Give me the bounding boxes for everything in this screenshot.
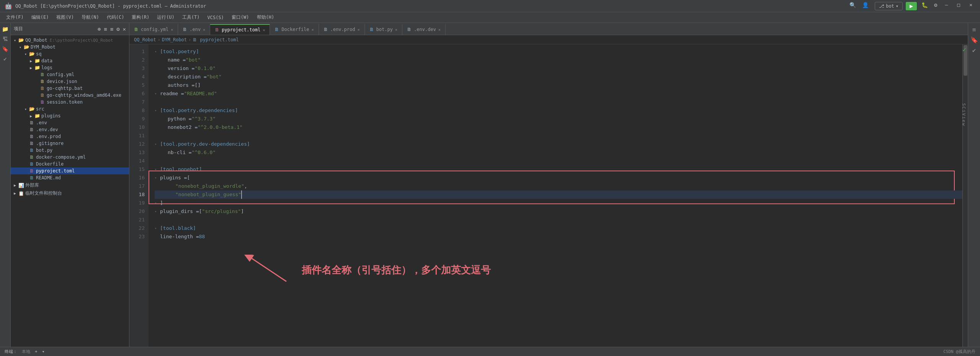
- breadcrumb-item-2[interactable]: DYM_Robot: [162, 37, 187, 42]
- project-icon[interactable]: 📁: [2, 26, 8, 32]
- menu-refactor[interactable]: 重构(R): [129, 13, 152, 21]
- fold-icon-12[interactable]: ▾: [155, 140, 159, 148]
- tree-label: 外部库: [25, 182, 39, 189]
- bookmark-icon[interactable]: 🔖: [2, 46, 8, 52]
- tree-item-go-cqhttp-exe[interactable]: 🗎 go-cqhttp_windows_amd64.exe: [11, 92, 129, 99]
- tab-env[interactable]: 🗎 .env ✕: [178, 24, 210, 35]
- right-icon-structure[interactable]: ≡: [972, 26, 976, 33]
- tree-item-session-token[interactable]: 🗎 session.token: [11, 99, 129, 106]
- tab-env-prod[interactable]: 🗎 .env.prod ✕: [319, 24, 365, 35]
- tab-bot-py[interactable]: 🗎 bot.py ✕: [365, 24, 402, 35]
- tree-item-env-prod[interactable]: 🗎 .env.prod: [11, 133, 129, 140]
- code-area[interactable]: ▾ [tool.poetry] name = "bot" version = "…: [149, 44, 962, 347]
- breadcrumb-item-1[interactable]: QQ_Robot: [134, 37, 156, 42]
- tree-item-src[interactable]: ▾ 📂 src: [11, 106, 129, 112]
- tab-env-dev[interactable]: 🗎 .env.dev ✕: [402, 24, 446, 35]
- new-file-icon[interactable]: ⊕: [98, 26, 101, 32]
- tree-item-env[interactable]: 🗎 .env: [11, 119, 129, 126]
- sidebar-close-icon[interactable]: ✕: [123, 26, 126, 32]
- breadcrumb-item-3[interactable]: 🗎 pyproject.toml: [193, 37, 238, 42]
- user-icon[interactable]: 👤: [862, 2, 869, 10]
- tab-close-icon[interactable]: ✕: [203, 28, 205, 32]
- fold-icon-8[interactable]: ▾: [155, 106, 159, 115]
- menu-code[interactable]: 代码(C): [104, 13, 127, 21]
- fold-icon-22[interactable]: ▾: [155, 224, 159, 232]
- fold-icon-19[interactable]: ▾: [155, 199, 159, 207]
- structure-icon[interactable]: 🏗: [3, 36, 8, 42]
- maximize-icon[interactable]: □: [957, 2, 960, 10]
- fold-icon-20[interactable]: ▾: [155, 207, 159, 216]
- scrollbar[interactable]: [962, 44, 968, 347]
- tree-item-device-json[interactable]: 🗎 device.json: [11, 78, 129, 85]
- tab-close-icon[interactable]: ✕: [312, 28, 314, 32]
- fold-icon-1[interactable]: ▾: [155, 47, 159, 56]
- new-folder-icon[interactable]: ≡: [104, 26, 107, 32]
- code-line-9: python = "^3.7.3": [155, 115, 962, 123]
- code-line-6: ▾ readme = "README.md": [155, 89, 962, 98]
- right-icon-todo[interactable]: ✔: [972, 47, 976, 54]
- menu-vcs[interactable]: VCS(S): [204, 14, 227, 21]
- fold-icon-16[interactable]: ▾: [155, 174, 159, 182]
- tab-icon: 🗎: [274, 27, 279, 32]
- tab-close-icon[interactable]: ✕: [358, 28, 360, 32]
- tree-item-temp[interactable]: ▶ 📋 临时文件和控制台: [11, 189, 129, 197]
- tree-label: README.md: [36, 175, 61, 180]
- collapse-icon[interactable]: ≡: [110, 26, 113, 32]
- menu-window[interactable]: 窗口(W): [229, 13, 252, 21]
- tree-arrow: ▶: [12, 191, 18, 195]
- menu-file[interactable]: 文件(F): [3, 13, 27, 21]
- tree-item-external[interactable]: ▶ 📊 外部库: [11, 181, 129, 189]
- tree-item-data[interactable]: ▶ 📁 data: [11, 57, 129, 64]
- branch-status[interactable]: 本地: [22, 349, 30, 354]
- branch-display[interactable]: ⎇ bot ▾: [875, 2, 903, 10]
- fold-icon-15[interactable]: ▾: [155, 165, 159, 174]
- folder-icon: 📂: [28, 106, 35, 112]
- right-icon-bookmark[interactable]: 🔖: [970, 36, 978, 44]
- tree-item-dym-robot[interactable]: ▾ 📂 DYM_Robot: [11, 44, 129, 50]
- menu-view[interactable]: 视图(V): [53, 13, 77, 21]
- tab-close-icon[interactable]: ✕: [395, 28, 397, 32]
- run-button[interactable]: ▶: [906, 2, 917, 10]
- tree-item-pyproject-toml[interactable]: 🗎 pyproject.toml: [11, 167, 129, 174]
- tree-item-go-cqhttp-bat[interactable]: 🗎 go-cqhttp.bat: [11, 85, 129, 92]
- line-num-17: 17: [129, 182, 149, 190]
- menu-run[interactable]: 运行(U): [154, 13, 178, 21]
- tree-item-docker-compose[interactable]: 🗎 docker-compose.yml: [11, 154, 129, 161]
- sidebar-settings-icon[interactable]: ⚙: [116, 26, 119, 32]
- tab-pyproject-toml[interactable]: 🗎 pyproject.toml ✕: [210, 24, 270, 35]
- bat-file-icon: 🗎: [39, 86, 46, 91]
- todo-icon[interactable]: ✔: [3, 56, 7, 62]
- tab-close-icon[interactable]: ✕: [263, 28, 265, 32]
- minimize-icon[interactable]: —: [945, 2, 948, 10]
- debug-icon[interactable]: 🐛: [921, 2, 928, 10]
- menu-help[interactable]: 帮助(H): [254, 13, 278, 21]
- code-string-4: "bot": [207, 73, 222, 81]
- tree-item-qq-robot[interactable]: ▾ 📂 QQ_Robot E:\pythonProject\QQ_Robot: [11, 37, 129, 44]
- tab-config-yml[interactable]: 🗎 config.yml ✕: [129, 24, 178, 35]
- menu-nav[interactable]: 导航(N): [78, 13, 102, 21]
- tree-item-config-yml[interactable]: 🗎 config.yml: [11, 71, 129, 78]
- tree-item-plugins[interactable]: ▶ 📁 plugins: [11, 112, 129, 119]
- tree-item-gitignore[interactable]: 🗎 .gitignore: [11, 140, 129, 147]
- tree-item-dockerfile[interactable]: 🗎 Dockerfile: [11, 161, 129, 167]
- tree-item-env-dev[interactable]: 🗎 .env.dev: [11, 126, 129, 133]
- menu-tools[interactable]: 工具(T): [179, 13, 203, 21]
- menu-edit[interactable]: 编辑(E): [28, 13, 52, 21]
- fold-icon-6[interactable]: ▾: [155, 89, 159, 98]
- code-token-13: nb-cli =: [168, 148, 192, 157]
- close-icon[interactable]: ✕: [969, 2, 972, 10]
- tab-close-icon[interactable]: ✕: [171, 28, 173, 32]
- code-empty-21: [160, 216, 163, 224]
- tree-label: session.token: [47, 99, 83, 105]
- tree-item-sq[interactable]: ▾ 📂 sq: [11, 50, 129, 57]
- tree-item-logs[interactable]: ▶ 📁 logs: [11, 64, 129, 71]
- tree-item-bot-py[interactable]: 🗎 bot.py: [11, 147, 129, 154]
- tree-item-readme[interactable]: 🗎 README.md: [11, 174, 129, 181]
- tab-close-icon[interactable]: ✕: [438, 28, 441, 32]
- editor[interactable]: 1 2 3 4 5 6 7 8 9 10 11 12 13 14 15 16 1…: [129, 44, 968, 347]
- settings-icon[interactable]: ⚙: [934, 2, 937, 10]
- down-arrow-icon[interactable]: ▾: [42, 349, 45, 354]
- search-icon[interactable]: 🔍: [849, 2, 856, 10]
- add-terminal-btn[interactable]: +: [35, 349, 38, 354]
- tab-dockerfile[interactable]: 🗎 Dockerfile ✕: [270, 24, 318, 35]
